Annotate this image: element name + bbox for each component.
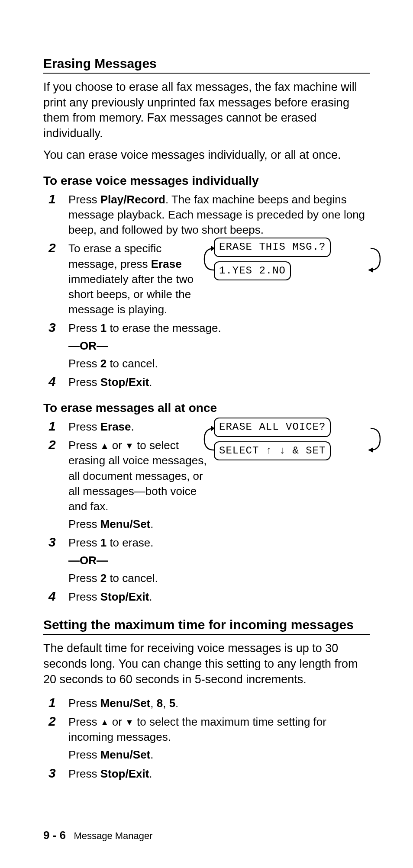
step-text: immediately after the two short beeps, o… bbox=[68, 273, 194, 316]
step-item: Press 1 to erase the message. —OR— Press… bbox=[43, 321, 370, 371]
key-name: Menu/Set bbox=[100, 748, 151, 761]
step-text-wrap: Press ▲ or ▼ to select erasing all voice… bbox=[68, 438, 370, 514]
step-text: Press bbox=[68, 193, 100, 206]
step-text: . bbox=[175, 697, 178, 710]
cycle-arrow-right-icon bbox=[368, 240, 383, 279]
svg-marker-0 bbox=[211, 246, 215, 251]
step-text: Press bbox=[68, 697, 100, 710]
step-item: Press Play/Record. The fax machine beeps… bbox=[43, 192, 370, 238]
step-text: . bbox=[149, 590, 152, 603]
step-item: Press 1 to erase. —OR— Press 2 to cancel… bbox=[43, 535, 370, 586]
step-text: Press bbox=[68, 321, 100, 334]
step-text: . bbox=[131, 420, 134, 433]
lcd-display-group: ERASE THIS MSG.? 1.YES 2.NO bbox=[214, 238, 370, 280]
step-text-wrap: Press 2 to cancel. bbox=[68, 356, 370, 371]
svg-marker-2 bbox=[211, 426, 215, 431]
key-name: 1 bbox=[100, 321, 106, 334]
svg-marker-1 bbox=[368, 267, 373, 273]
document-page: Erasing Messages If you choose to erase … bbox=[0, 0, 413, 868]
section-heading-erasing: Erasing Messages bbox=[43, 56, 370, 74]
cycle-arrow-left-icon bbox=[202, 240, 216, 279]
key-name: Stop/Exit bbox=[100, 767, 149, 780]
key-name: Menu/Set bbox=[100, 697, 151, 710]
lcd-line-1: ERASE THIS MSG.? bbox=[214, 238, 331, 257]
step-text-wrap: Press Menu/Set. bbox=[68, 747, 370, 762]
page-number: 9 - 6 bbox=[43, 829, 66, 842]
step-item: Press Stop/Exit. bbox=[43, 589, 370, 604]
footer-title: Message Manager bbox=[74, 830, 152, 841]
step-text: Press bbox=[68, 748, 100, 761]
step-text: Press bbox=[68, 715, 100, 728]
subheading-all-at-once: To erase messages all at once bbox=[43, 401, 370, 415]
key-name: 5 bbox=[169, 697, 175, 710]
step-list: Press Erase. ERASE ALL VOICE? SELECT ↑ ↓… bbox=[43, 419, 370, 604]
key-name: Menu/Set bbox=[100, 518, 151, 530]
lcd-line-2: 1.YES 2.NO bbox=[214, 261, 291, 280]
or-separator: —OR— bbox=[68, 338, 370, 354]
key-name: 2 bbox=[100, 357, 106, 370]
down-triangle-icon: ▼ bbox=[125, 440, 134, 452]
cycle-arrow-right-icon bbox=[368, 420, 383, 459]
step-text: . bbox=[149, 376, 152, 389]
key-name: Stop/Exit bbox=[100, 590, 149, 603]
step-text: , bbox=[150, 697, 156, 710]
up-triangle-icon: ▲ bbox=[100, 717, 109, 728]
step-text: or bbox=[109, 715, 125, 728]
key-name: Erase bbox=[151, 257, 182, 270]
lcd-line-1: ERASE ALL VOICE? bbox=[214, 418, 331, 437]
body-paragraph: You can erase voice messages individuall… bbox=[43, 148, 370, 163]
step-item: Press ▲ or ▼ to select the maximum time … bbox=[43, 714, 370, 762]
step-text: Press bbox=[68, 357, 100, 370]
up-triangle-icon: ▲ bbox=[100, 440, 109, 452]
key-name: 2 bbox=[100, 572, 106, 585]
step-item: Press Stop/Exit. bbox=[43, 375, 370, 390]
step-text-wrap: Press Menu/Set. bbox=[68, 517, 370, 532]
key-name: 1 bbox=[100, 536, 106, 549]
step-text: Press bbox=[68, 439, 100, 452]
or-separator: —OR— bbox=[68, 553, 370, 568]
step-text: . bbox=[150, 748, 153, 761]
step-text: . bbox=[149, 767, 152, 780]
step-text: Press bbox=[68, 767, 100, 780]
step-text: to erase the message. bbox=[106, 321, 221, 334]
step-text: to cancel. bbox=[106, 572, 158, 585]
key-name: 8 bbox=[157, 697, 163, 710]
or-text: —OR— bbox=[68, 339, 108, 352]
or-text: —OR— bbox=[68, 554, 108, 567]
step-text: to cancel. bbox=[106, 357, 158, 370]
step-list: Press Play/Record. The fax machine beeps… bbox=[43, 192, 370, 390]
key-name: Play/Record bbox=[100, 193, 165, 206]
key-name: Stop/Exit bbox=[100, 376, 149, 389]
subheading-individual: To erase voice messages individually bbox=[43, 174, 370, 188]
step-text: Press bbox=[68, 536, 100, 549]
step-text: Press bbox=[68, 590, 100, 603]
step-list: Press Menu/Set, 8, 5. Press ▲ or ▼ to se… bbox=[43, 696, 370, 781]
step-text: Press bbox=[68, 518, 100, 530]
step-text-wrap: Press 2 to cancel. bbox=[68, 571, 370, 586]
step-text: Press bbox=[68, 376, 100, 389]
step-item: Press Menu/Set, 8, 5. bbox=[43, 696, 370, 711]
section-heading-maxtime: Setting the maximum time for incoming me… bbox=[43, 617, 370, 635]
page-footer: 9 - 6 Message Manager bbox=[43, 829, 153, 842]
step-text: , bbox=[163, 697, 169, 710]
step-item: Press ▲ or ▼ to select erasing all voice… bbox=[43, 438, 370, 532]
step-text: . bbox=[150, 518, 153, 530]
body-paragraph: The default time for receiving voice mes… bbox=[43, 641, 370, 687]
step-item: To erase a specific message, press Erase… bbox=[43, 241, 370, 317]
key-name: Erase bbox=[100, 420, 131, 433]
step-text: To erase a specific message, press bbox=[68, 242, 161, 270]
body-paragraph: If you choose to erase all fax messages,… bbox=[43, 80, 370, 141]
step-text: Press bbox=[68, 420, 100, 433]
down-triangle-icon: ▼ bbox=[125, 717, 134, 728]
step-text: Press bbox=[68, 572, 100, 585]
step-item: Press Stop/Exit. bbox=[43, 766, 370, 781]
step-text: to erase. bbox=[106, 536, 153, 549]
step-item: Press Erase. ERASE ALL VOICE? SELECT ↑ ↓… bbox=[43, 419, 370, 434]
step-text: or bbox=[109, 439, 125, 452]
